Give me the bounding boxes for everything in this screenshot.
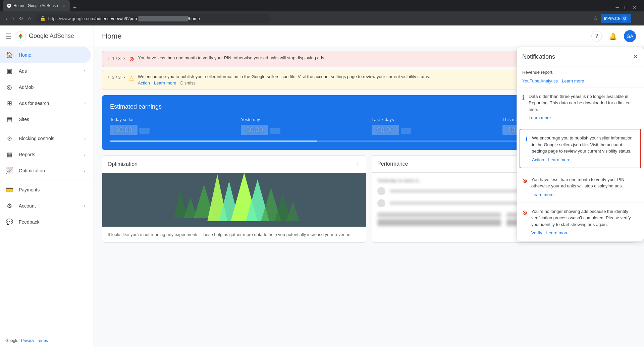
sidebar-item-optimization-label: Optimization <box>19 168 45 173</box>
home-button[interactable]: ⌂ <box>26 14 33 23</box>
performance-card-title: Performance <box>377 161 408 167</box>
active-tab[interactable]: Home - Google AdSense ✕ <box>3 0 70 11</box>
earnings-amount-yesterday: $0.00 <box>241 125 268 135</box>
optimization-card-header: Optimization ⋮ <box>102 156 366 173</box>
notification-learn-more-link-3[interactable]: Learn more <box>531 192 553 197</box>
optimization-card-title: Optimization <box>108 161 138 167</box>
minimize-button[interactable]: ─ <box>614 3 621 11</box>
reports-icon: ▦ <box>5 151 13 158</box>
tab-favicon <box>7 3 11 8</box>
alert-actions-2: Action Learn more Dismiss <box>138 80 430 85</box>
blocking-controls-icon: ⊘ <box>5 135 13 142</box>
sidebar-item-sites[interactable]: ▤ Sites <box>0 111 91 127</box>
sidebar-item-feedback-label: Feedback <box>19 219 39 225</box>
earnings-today: Today so far $0.00 sub <box>110 117 235 135</box>
notification-info-icon-1: ℹ <box>522 94 525 121</box>
optimization-menu-icon[interactable]: ⋮ <box>355 161 361 167</box>
reload-button[interactable]: ↻ <box>17 14 24 23</box>
earnings-sub-7days: sub <box>401 128 411 134</box>
browser-menu-button[interactable]: ⋯ <box>634 15 640 22</box>
sidebar-item-ads[interactable]: ▣ Ads › <box>0 63 91 79</box>
sidebar-item-blocking-controls[interactable]: ⊘ Blocking controls › <box>0 130 91 147</box>
sidebar-item-home[interactable]: 🏠 Home <box>0 47 91 63</box>
notification-item-0: Revenue report. YouTube Analytics Learn … <box>517 66 644 88</box>
performance-stat-1 <box>377 213 501 226</box>
alert-dismiss-link[interactable]: Dismiss <box>180 80 196 85</box>
star-icon[interactable]: ☆ <box>593 15 598 22</box>
notification-item-4: ⊗ You're no longer showing ads because t… <box>517 203 644 241</box>
sidebar-item-ads-for-search[interactable]: ⊞ Ads for search › <box>0 95 91 111</box>
notification-learn-more-link-0[interactable]: Learn more <box>562 78 584 83</box>
notification-body-0: Revenue report. YouTube Analytics Learn … <box>522 69 638 83</box>
chevron-right-icon-2: › <box>84 101 86 106</box>
sidebar-item-account[interactable]: ⚙ Account › <box>0 198 91 214</box>
notification-text-2: We encourage you to publish your seller … <box>532 135 635 155</box>
performance-dot-2 <box>377 199 385 207</box>
feedback-icon: 💬 <box>5 218 13 226</box>
notification-text-4: You're no longer showing ads because the… <box>531 208 638 228</box>
privacy-link[interactable]: Privacy <box>21 338 34 343</box>
close-window-button[interactable]: ✕ <box>631 3 638 11</box>
home-icon: 🏠 <box>5 51 13 59</box>
alert-prev-button[interactable]: ‹ <box>108 55 109 61</box>
notification-learn-more-link-2[interactable]: Learn more <box>548 157 570 162</box>
tab-close-button[interactable]: ✕ <box>62 3 66 8</box>
notifications-close-button[interactable]: ✕ <box>633 53 638 61</box>
sidebar-header: ☰ Google AdSense <box>0 25 94 47</box>
notification-body-4: You're no longer showing ads because the… <box>531 208 638 236</box>
earnings-period-today: Today so far <box>110 117 235 122</box>
alert-text-2: We encourage you to publish your seller … <box>138 74 430 79</box>
admob-icon: ◎ <box>5 83 13 91</box>
alert-warning-icon-2: △ <box>129 74 134 81</box>
maximize-button[interactable]: □ <box>623 3 629 11</box>
nav-divider-2 <box>0 180 94 180</box>
alert-nav-1: ‹ 1 / 3 › <box>108 55 125 61</box>
address-bar[interactable]: 🔒 https://www.google.com/adsense/new/u/0… <box>36 14 271 23</box>
url-text: https://www.google.com/adsense/new/u/0/p… <box>48 16 200 21</box>
alert-learn-more-link[interactable]: Learn more <box>154 80 176 85</box>
alert-action-link[interactable]: Action <box>138 80 150 85</box>
forward-button[interactable]: › <box>11 14 15 23</box>
notification-text-0: Revenue report. <box>522 69 638 76</box>
notification-verify-link[interactable]: Verify <box>531 230 542 235</box>
back-button[interactable]: ‹ <box>4 14 9 23</box>
notification-body-2: We encourage you to publish your seller … <box>532 135 635 162</box>
optimization-body-text: It looks like you're not running any exp… <box>108 232 361 237</box>
new-tab-button[interactable]: + <box>70 4 79 11</box>
notifications-panel: Notifications ✕ Revenue report. YouTube … <box>517 47 644 241</box>
notifications-button[interactable]: 🔔 <box>607 31 619 42</box>
terms-link[interactable]: Terms <box>37 338 48 343</box>
notification-learn-more-link-1[interactable]: Learn more <box>529 115 551 120</box>
alert-prev-button-2[interactable]: ‹ <box>108 74 109 80</box>
alert-next-button[interactable]: › <box>123 55 125 61</box>
notification-actions-1: Learn more <box>529 115 638 120</box>
sidebar-item-optimization[interactable]: 📈 Optimization › <box>0 163 91 179</box>
browser-right-controls: ☆ InPrivate G ⋯ <box>593 14 640 23</box>
google-label: Google <box>5 338 18 343</box>
inprivate-button[interactable]: InPrivate G <box>601 14 631 23</box>
sidebar-item-payments[interactable]: 💳 Payments <box>0 182 91 198</box>
notification-item-1: ℹ Data older than three years is no long… <box>517 88 644 126</box>
help-button[interactable]: ? <box>591 31 602 42</box>
sidebar-item-ads-label: Ads <box>19 68 27 74</box>
sidebar-item-reports-label: Reports <box>19 152 35 157</box>
sidebar-item-feedback[interactable]: 💬 Feedback <box>0 214 91 230</box>
notification-actions-0: YouTube Analytics Learn more <box>522 78 638 83</box>
notification-action-link-2[interactable]: Action <box>532 157 544 162</box>
sidebar-item-reports[interactable]: ▦ Reports › <box>0 147 91 163</box>
nav-menu: 🏠 Home ▣ Ads › ◎ AdMob ⊞ Ads for search … <box>0 47 94 230</box>
avatar-button[interactable]: GA <box>624 30 636 42</box>
alert-next-button-2[interactable]: › <box>123 74 125 80</box>
ads-icon: ▣ <box>5 67 13 75</box>
notification-youtube-link[interactable]: YouTube Analytics <box>522 78 558 83</box>
sidebar-item-admob[interactable]: ◎ AdMob <box>0 79 91 95</box>
performance-dot-1 <box>377 187 385 195</box>
sidebar-item-ads-for-search-label: Ads for search <box>19 101 49 106</box>
notifications-header: Notifications ✕ <box>517 47 644 66</box>
alert-error-icon-1: ⊗ <box>129 55 134 63</box>
sidebar-footer: Google Privacy Terms <box>0 334 94 347</box>
logo-text: Google AdSense <box>29 33 74 40</box>
notification-learn-more-link-4[interactable]: Learn more <box>546 230 569 235</box>
hamburger-icon[interactable]: ☰ <box>5 32 11 40</box>
page-title: Home <box>102 32 122 41</box>
